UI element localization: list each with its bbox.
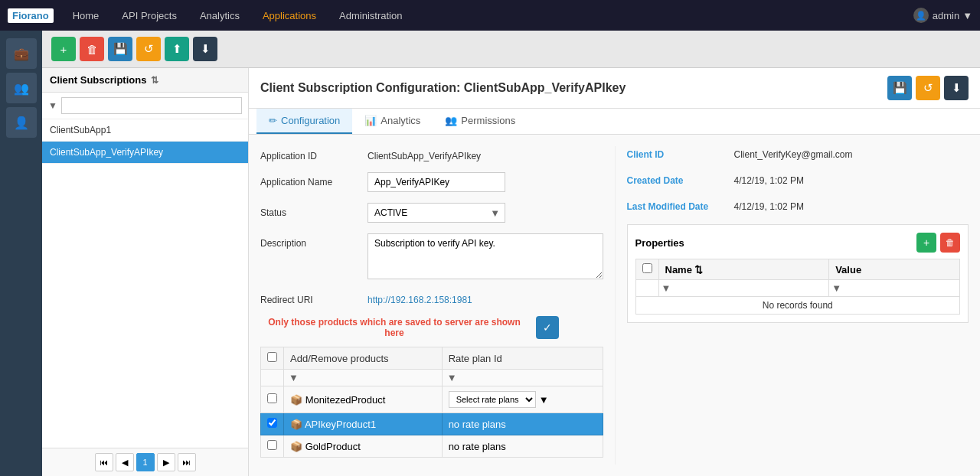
tab-analytics[interactable]: 📊 Analytics [352, 109, 433, 134]
reset-button[interactable]: ↺ [136, 37, 161, 61]
products-notice: Only those products which are saved to s… [260, 316, 603, 339]
first-page-btn[interactable]: ⏮ [95, 453, 113, 471]
status-row: Status ACTIVE INACTIVE ▼ [260, 203, 603, 223]
properties-header: Properties + 🗑 [635, 233, 961, 253]
add-property-button[interactable]: + [916, 233, 936, 253]
delete-property-button[interactable]: 🗑 [940, 233, 960, 253]
last-modified-label: Last Modified Date [627, 198, 727, 212]
products-section: Only those products which are saved to s… [260, 316, 603, 458]
permissions-tab-icon: 👥 [445, 115, 457, 126]
value-filter-icon[interactable]: ▼ [831, 282, 841, 294]
app-id-label: Application ID [260, 146, 360, 161]
save-button[interactable]: 💾 [108, 37, 132, 61]
product-1-rateplan: no rate plans [442, 413, 603, 435]
sidebar-users-icon[interactable]: 👥 [6, 73, 37, 103]
name-sort-icon[interactable]: ⇅ [694, 264, 703, 275]
page-header-actions: 💾 ↺ ⬇ [887, 76, 969, 100]
list-item-1[interactable]: ClientSubApp_VerifyAPIkey [42, 142, 248, 164]
redirect-uri-label: Redirect URI [260, 290, 360, 305]
form-content: Application ID ClientSubApp_VerifyAPIkey… [249, 135, 980, 476]
user-menu[interactable]: 👤 admin ▼ [913, 8, 972, 23]
product-0-rate-select[interactable]: Select rate plans [449, 391, 536, 408]
products-table: Add/Remove products Rate plan Id ▼ [260, 347, 603, 458]
client-id-value: Client_VerifyKey@gmail.com [734, 146, 853, 160]
right-panel: Client Subscription Configuration: Clien… [249, 68, 980, 476]
search-bar: ▼ [42, 93, 248, 119]
nav-analytics[interactable]: Analytics [188, 0, 251, 31]
product-0-icon: 📦 [290, 394, 302, 406]
main-layout: 💼 👥 👤 + 🗑 💾 ↺ ⬆ ⬇ Client Subscriptions ▼ [0, 31, 980, 476]
product-2-rateplan: no rate plans [442, 435, 603, 458]
sidebar-user-settings-icon[interactable]: 👤 [6, 107, 37, 138]
left-panel: Client Subscriptions ▼ ClientSubApp1 Cli… [42, 68, 249, 476]
logo: Fiorano [8, 8, 54, 23]
permissions-tab-label: Permissions [461, 115, 515, 126]
rateplan-filter-icon[interactable]: ▼ [447, 372, 457, 383]
form-right: Client ID Client_VerifyKey@gmail.com Cre… [615, 146, 969, 465]
upload-button[interactable]: ⬆ [165, 37, 189, 61]
created-date-value: 4/12/19, 1:02 PM [734, 172, 804, 186]
search-input[interactable] [61, 97, 242, 114]
name-col-label: Name [665, 264, 692, 275]
name-filter-icon[interactable]: ▼ [662, 282, 671, 294]
product-2-name: 📦 GoldProduct [284, 435, 443, 458]
product-0-name: 📦 MonitezedProduct [284, 386, 443, 413]
nav-items: Home API Projects Analytics Applications… [61, 0, 913, 31]
app-name-input[interactable] [368, 172, 505, 192]
analytics-tab-icon: 📊 [364, 115, 377, 126]
nav-home[interactable]: Home [61, 0, 111, 31]
nav-administration[interactable]: Administration [328, 0, 413, 31]
user-avatar: 👤 [913, 8, 929, 23]
product-1-checkbox[interactable] [267, 418, 277, 428]
properties-section: Properties + 🗑 [627, 224, 969, 323]
col-rateplan-label: Rate plan Id [449, 353, 502, 364]
config-tab-icon: ✏ [269, 115, 277, 126]
add-button[interactable]: + [51, 37, 76, 61]
logo-text: Fiorano [12, 10, 49, 21]
content-area: + 🗑 💾 ↺ ⬆ ⬇ Client Subscriptions ▼ Clien… [42, 31, 980, 476]
header-reset-button[interactable]: ↺ [916, 76, 940, 100]
col-rateplan-header: Rate plan Id [442, 347, 603, 370]
page-1-btn[interactable]: 1 [136, 453, 155, 471]
download-button[interactable]: ⬇ [193, 37, 217, 61]
product-0-checkbox[interactable] [267, 393, 277, 403]
icon-sidebar: 💼 👥 👤 [0, 31, 42, 476]
prev-page-btn[interactable]: ◀ [116, 453, 134, 471]
header-download-button[interactable]: ⬇ [944, 76, 969, 100]
products-confirm-button[interactable]: ✓ [536, 316, 559, 339]
header-save-button[interactable]: 💾 [887, 76, 912, 100]
sidebar-briefcase-icon[interactable]: 💼 [6, 38, 37, 69]
redirect-uri-row: Redirect URI http://192.168.2.158:1981 [260, 290, 603, 305]
next-page-btn[interactable]: ▶ [157, 453, 175, 471]
properties-select-all[interactable] [642, 263, 652, 273]
client-id-row: Client ID Client_VerifyKey@gmail.com [627, 146, 969, 160]
description-textarea[interactable]: Subscription to verify API key. [368, 233, 603, 279]
properties-table: Name ⇅ Value [635, 259, 961, 315]
product-2-checkbox[interactable] [267, 440, 277, 450]
nav-applications[interactable]: Applications [251, 0, 328, 31]
left-panel-header: Client Subscriptions [42, 68, 248, 93]
tab-permissions[interactable]: 👥 Permissions [433, 109, 528, 134]
nav-api-projects[interactable]: API Projects [110, 0, 188, 31]
value-col-label: Value [835, 264, 861, 275]
user-dropdown-icon: ▼ [962, 10, 972, 21]
toolbar: + 🗑 💾 ↺ ⬆ ⬇ [42, 31, 980, 68]
select-all-checkbox[interactable] [267, 352, 277, 362]
value-col-header: Value [829, 259, 960, 280]
status-select[interactable]: ACTIVE INACTIVE [368, 204, 505, 222]
description-label: Description [260, 233, 360, 249]
app-id-value: ClientSubApp_VerifyAPIkey [368, 146, 603, 161]
last-modified-row: Last Modified Date 4/12/19, 1:02 PM [627, 198, 969, 212]
product-row-2: 📦 GoldProduct no rate plans [261, 435, 603, 458]
status-label: Status [260, 203, 360, 218]
config-tab-label: Configuration [281, 115, 340, 126]
tab-configuration[interactable]: ✏ Configuration [256, 109, 352, 134]
page-title: Client Subscription Configuration: Clien… [260, 81, 626, 95]
last-page-btn[interactable]: ⏭ [178, 453, 196, 471]
product-filter-icon[interactable]: ▼ [289, 372, 299, 383]
list-item-0[interactable]: ClientSubApp1 [42, 119, 248, 142]
no-records-row: No records found [635, 297, 960, 315]
delete-button[interactable]: 🗑 [80, 37, 104, 61]
sort-icon[interactable] [151, 75, 158, 86]
application-name-row: Application Name [260, 172, 603, 192]
